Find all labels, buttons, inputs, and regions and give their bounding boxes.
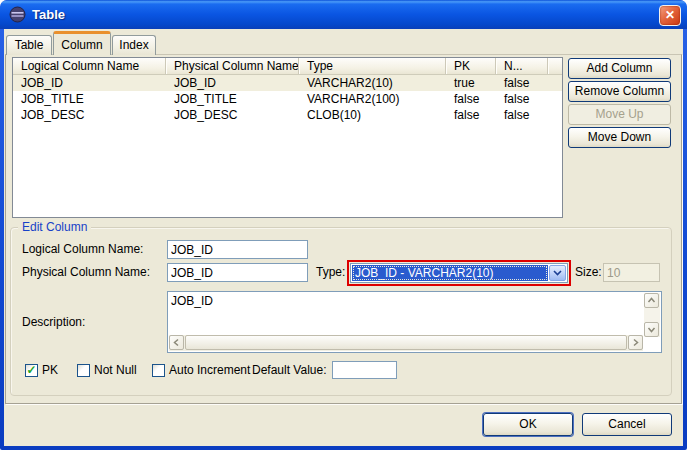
type-dropdown-arrow-button[interactable]	[549, 265, 566, 281]
description-label: Description:	[22, 313, 85, 332]
cell-notnull: false	[496, 107, 548, 123]
logical-column-name-input[interactable]	[167, 240, 308, 259]
tab-index[interactable]: Index	[112, 35, 156, 55]
description-vertical-scrollbar[interactable]	[644, 293, 660, 337]
cell-notnull: false	[496, 75, 548, 91]
default-value-label: Default Value:	[252, 363, 327, 377]
table-dialog: Table ✕ Table Column Index Logical Colum…	[0, 0, 687, 450]
close-icon: ✕	[665, 8, 675, 22]
tab-column-label: Column	[61, 38, 102, 52]
column-header-notnull[interactable]: N...	[496, 58, 548, 74]
cell-notnull: false	[496, 91, 548, 107]
pk-checkbox-label: PK	[42, 363, 58, 377]
columns-table[interactable]: Logical Column Name Physical Column Name…	[12, 57, 563, 218]
cell-logical: JOB_DESC	[13, 107, 166, 123]
column-header-filler	[548, 58, 562, 74]
add-column-button[interactable]: Add Column	[568, 58, 671, 79]
column-header-logical[interactable]: Logical Column Name	[13, 58, 166, 74]
tab-column[interactable]: Column	[53, 31, 111, 55]
tab-table[interactable]: Table	[6, 35, 52, 55]
ok-button[interactable]: OK	[483, 413, 573, 436]
scroll-right-button[interactable]	[628, 335, 643, 350]
description-textarea[interactable]: JOB_ID	[167, 291, 662, 353]
tab-index-label: Index	[119, 38, 148, 52]
column-header-physical[interactable]: Physical Column Name	[166, 58, 299, 74]
type-label: Type:	[316, 263, 345, 282]
not-null-checkbox-label: Not Null	[94, 363, 137, 377]
table-row[interactable]: JOB_DESC JOB_DESC CLOB(10) false false	[13, 107, 562, 123]
chevron-down-icon	[553, 270, 562, 276]
not-null-checkbox[interactable]	[77, 364, 90, 377]
cell-pk: false	[446, 107, 496, 123]
auto-increment-checkbox-label: Auto Increment	[169, 363, 250, 377]
cell-type: VARCHAR2(10)	[299, 75, 446, 91]
scrollbar-thumb[interactable]	[185, 335, 627, 350]
scroll-up-icon	[647, 296, 656, 305]
column-header-type[interactable]: Type	[299, 58, 446, 74]
cell-pk: true	[446, 75, 496, 91]
edit-column-group-label: Edit Column	[18, 220, 91, 234]
default-value-input[interactable]	[332, 361, 397, 379]
scroll-down-icon	[647, 325, 656, 334]
cell-physical: JOB_TITLE	[166, 91, 299, 107]
tab-table-label: Table	[15, 38, 44, 52]
logical-column-name-label: Logical Column Name:	[22, 240, 143, 259]
cell-type: CLOB(10)	[299, 107, 446, 123]
table-row[interactable]: JOB_ID JOB_ID VARCHAR2(10) true false	[13, 75, 562, 91]
close-button[interactable]: ✕	[659, 5, 681, 26]
columns-table-header: Logical Column Name Physical Column Name…	[13, 58, 562, 75]
column-header-pk[interactable]: PK	[446, 58, 496, 74]
titlebar[interactable]: Table ✕	[0, 0, 687, 29]
eclipse-app-icon	[9, 6, 26, 23]
table-row[interactable]: JOB_TITLE JOB_TITLE VARCHAR2(100) false …	[13, 91, 562, 107]
physical-column-name-input[interactable]	[167, 263, 308, 282]
type-dropdown[interactable]: JOB_ID - VARCHAR2(10)	[350, 263, 568, 283]
cancel-button[interactable]: Cancel	[582, 413, 672, 436]
size-label: Size:	[575, 263, 602, 282]
scroll-left-button[interactable]	[169, 335, 184, 350]
cell-logical: JOB_TITLE	[13, 91, 166, 107]
cell-physical: JOB_ID	[166, 75, 299, 91]
scroll-down-button[interactable]	[644, 322, 659, 337]
move-down-button[interactable]: Move Down	[568, 127, 671, 148]
description-horizontal-scrollbar[interactable]	[169, 335, 643, 351]
size-input	[603, 263, 660, 282]
scroll-up-button[interactable]	[644, 293, 659, 308]
scroll-right-icon	[631, 338, 640, 347]
type-dropdown-value: JOB_ID - VARCHAR2(10)	[352, 265, 548, 281]
cell-pk: false	[446, 91, 496, 107]
pk-checkbox[interactable]: ✓	[25, 364, 38, 377]
check-icon: ✓	[26, 365, 37, 376]
window-title: Table	[32, 0, 65, 29]
physical-column-name-label: Physical Column Name:	[22, 263, 150, 282]
cell-type: VARCHAR2(100)	[299, 91, 446, 107]
remove-column-button[interactable]: Remove Column	[568, 81, 671, 102]
description-text: JOB_ID	[171, 294, 213, 309]
scroll-left-icon	[172, 338, 181, 347]
cell-physical: JOB_DESC	[166, 107, 299, 123]
cell-logical: JOB_ID	[13, 75, 166, 91]
move-up-button[interactable]: Move Up	[568, 104, 671, 125]
auto-increment-checkbox[interactable]	[152, 364, 165, 377]
